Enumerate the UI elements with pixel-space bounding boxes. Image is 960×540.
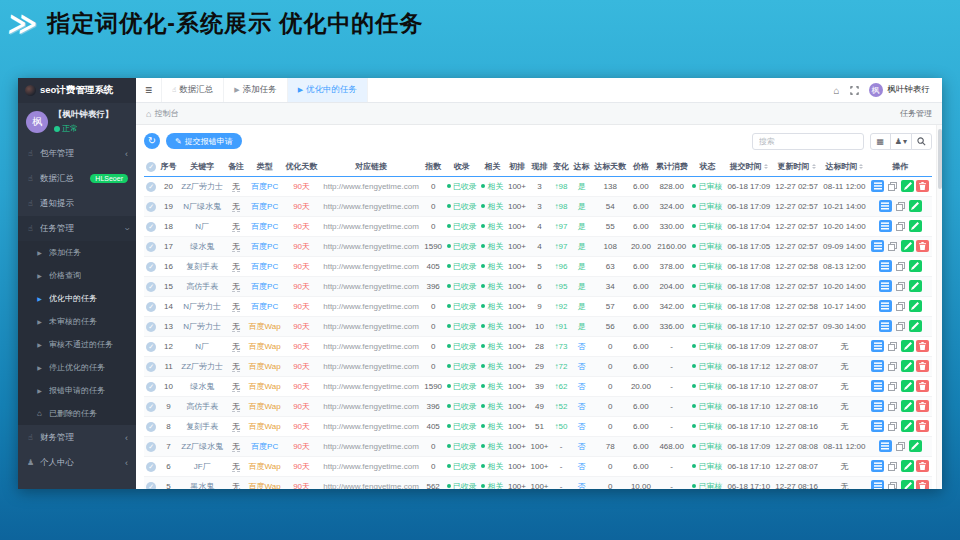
copy-button[interactable] xyxy=(894,220,907,232)
delete-button[interactable] xyxy=(916,480,929,489)
delete-button[interactable] xyxy=(916,180,929,192)
row-checkbox[interactable]: ✓ xyxy=(146,462,156,472)
edit-button[interactable] xyxy=(909,260,922,272)
task-link[interactable]: http://www.fengyetime.com xyxy=(323,322,419,331)
row-checkbox[interactable]: ✓ xyxy=(146,382,156,392)
copy-button[interactable] xyxy=(894,200,907,212)
task-link[interactable]: http://www.fengyetime.com xyxy=(323,282,419,291)
copy-button[interactable] xyxy=(894,440,907,452)
edit-button[interactable] xyxy=(901,400,914,412)
task-link[interactable]: http://www.fengyetime.com xyxy=(323,382,419,391)
view-button[interactable] xyxy=(879,320,892,332)
edit-button[interactable] xyxy=(901,240,914,252)
sidebar-item-optimizing-tasks[interactable]: ▶优化中的任务 xyxy=(18,287,136,310)
sidebar-item-finance-manage[interactable]: ☝财务管理‹ xyxy=(18,425,136,450)
view-button[interactable] xyxy=(879,200,892,212)
row-checkbox[interactable]: ✓ xyxy=(146,362,156,372)
edit-button[interactable] xyxy=(901,480,914,489)
search-input[interactable] xyxy=(752,133,864,150)
sort-icon[interactable] xyxy=(812,162,816,171)
copy-button[interactable] xyxy=(886,380,899,392)
task-link[interactable]: http://www.fengyetime.com xyxy=(323,222,419,231)
col-update-time[interactable]: 更新时间 xyxy=(773,157,821,177)
sidebar-item-add-task[interactable]: ▶添加任务 xyxy=(18,241,136,264)
copy-button[interactable] xyxy=(886,340,899,352)
topbar-username[interactable]: 枫叶钟表行 xyxy=(888,84,931,96)
refresh-button[interactable]: ↻ xyxy=(144,133,160,149)
sidebar-item-task-manage[interactable]: ☝任务管理‹ xyxy=(18,216,136,241)
task-link[interactable]: http://www.fengyetime.com xyxy=(323,362,419,371)
submit-error-report-button[interactable]: ✎ 提交报错申请 xyxy=(166,133,242,149)
delete-button[interactable] xyxy=(916,380,929,392)
delete-button[interactable] xyxy=(916,400,929,412)
row-checkbox[interactable]: ✓ xyxy=(146,262,156,272)
row-checkbox[interactable]: ✓ xyxy=(146,342,156,352)
task-link[interactable]: http://www.fengyetime.com xyxy=(323,182,419,191)
copy-button[interactable] xyxy=(886,240,899,252)
view-button[interactable] xyxy=(879,300,892,312)
edit-button[interactable] xyxy=(901,340,914,352)
scrollbar-thumb[interactable] xyxy=(938,129,942,189)
view-button[interactable] xyxy=(871,180,884,192)
edit-button[interactable] xyxy=(909,300,922,312)
view-button[interactable] xyxy=(879,440,892,452)
edit-button[interactable] xyxy=(901,460,914,472)
row-checkbox[interactable]: ✓ xyxy=(146,302,156,312)
edit-button[interactable] xyxy=(901,420,914,432)
sidebar-item-error-report-tasks[interactable]: ▶报错申请的任务 xyxy=(18,379,136,402)
edit-button[interactable] xyxy=(909,280,922,292)
tab-optimizing-tasks[interactable]: ▶优化中的任务 xyxy=(287,78,368,102)
edit-button[interactable] xyxy=(901,380,914,392)
topbar-avatar[interactable]: 枫 xyxy=(869,83,883,97)
view-button[interactable] xyxy=(879,220,892,232)
task-link[interactable]: http://www.fengyetime.com xyxy=(323,442,419,451)
view-button[interactable] xyxy=(871,460,884,472)
copy-button[interactable] xyxy=(886,460,899,472)
scrollbar[interactable] xyxy=(936,125,942,489)
sidebar-item-data-summary[interactable]: ☝数据汇总HLSeoer xyxy=(18,166,136,191)
filter-button[interactable]: ♟▾ xyxy=(890,133,912,150)
sort-icon[interactable] xyxy=(859,162,863,171)
sidebar-item-unreviewed-tasks[interactable]: ▶未审核的任务 xyxy=(18,310,136,333)
task-link[interactable]: http://www.fengyetime.com xyxy=(323,202,419,211)
edit-button[interactable] xyxy=(909,200,922,212)
task-link[interactable]: http://www.fengyetime.com xyxy=(323,302,419,311)
delete-button[interactable] xyxy=(916,340,929,352)
sidebar-item-price-query[interactable]: ▶价格查询 xyxy=(18,264,136,287)
sidebar-item-deleted-tasks[interactable]: ♺已删除的任务 xyxy=(18,402,136,425)
view-button[interactable] xyxy=(871,340,884,352)
breadcrumb-item-console[interactable]: 控制台 xyxy=(154,108,178,119)
edit-button[interactable] xyxy=(909,440,922,452)
columns-button[interactable]: ▦ xyxy=(870,133,891,150)
sidebar-item-stopped-tasks[interactable]: ▶停止优化的任务 xyxy=(18,356,136,379)
row-checkbox[interactable]: ✓ xyxy=(146,242,156,252)
task-link[interactable]: http://www.fengyetime.com xyxy=(323,462,419,471)
row-checkbox[interactable]: ✓ xyxy=(146,202,156,212)
col-reach-time[interactable]: 达标时间 xyxy=(821,157,869,177)
tab-add-task[interactable]: ▶添加任务 xyxy=(223,78,286,102)
delete-button[interactable] xyxy=(916,420,929,432)
task-link[interactable]: http://www.fengyetime.com xyxy=(323,342,419,351)
view-button[interactable] xyxy=(879,280,892,292)
sort-icon[interactable] xyxy=(764,162,768,171)
view-button[interactable] xyxy=(871,380,884,392)
copy-button[interactable] xyxy=(886,360,899,372)
delete-button[interactable] xyxy=(916,460,929,472)
task-link[interactable]: http://www.fengyetime.com xyxy=(323,422,419,431)
row-checkbox[interactable]: ✓ xyxy=(146,182,156,192)
task-link[interactable]: http://www.fengyetime.com xyxy=(323,242,419,251)
sidebar-item-rejected-tasks[interactable]: ▶审核不通过的任务 xyxy=(18,333,136,356)
sidebar-item-annual-manage[interactable]: ☝包年管理‹ xyxy=(18,141,136,166)
tab-data-summary[interactable]: ☝数据汇总 xyxy=(161,78,223,102)
col-submit-time[interactable]: 提交时间 xyxy=(725,157,773,177)
view-button[interactable] xyxy=(871,240,884,252)
row-checkbox[interactable]: ✓ xyxy=(146,322,156,332)
edit-button[interactable] xyxy=(901,360,914,372)
copy-button[interactable] xyxy=(886,180,899,192)
row-checkbox[interactable]: ✓ xyxy=(146,222,156,232)
delete-button[interactable] xyxy=(916,240,929,252)
edit-button[interactable] xyxy=(901,180,914,192)
copy-button[interactable] xyxy=(886,480,899,489)
task-link[interactable]: http://www.fengyetime.com xyxy=(323,402,419,411)
copy-button[interactable] xyxy=(894,320,907,332)
